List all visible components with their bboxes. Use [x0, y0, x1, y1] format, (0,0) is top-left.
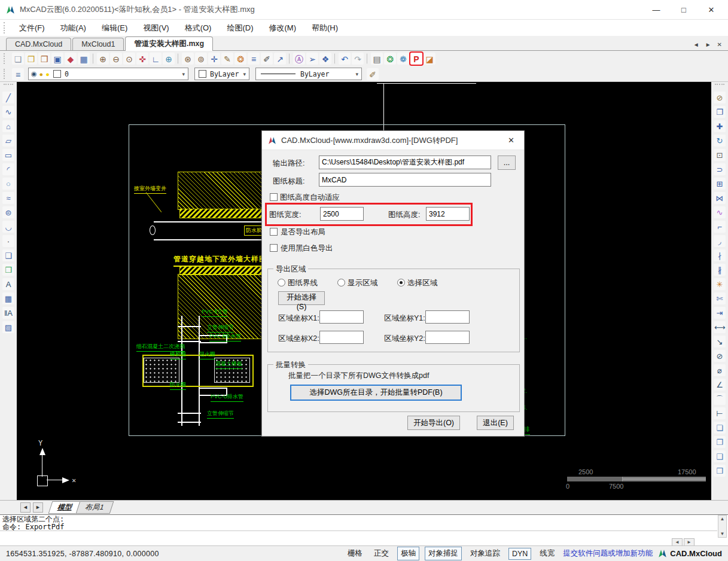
zoom-realtime-icon[interactable]: ⊚ — [195, 53, 207, 65]
pdf-export-icon[interactable]: P — [410, 53, 422, 65]
open-cloud-icon[interactable]: ❒ — [38, 53, 50, 65]
zoom-pan-icon[interactable]: ✜ — [136, 53, 148, 65]
erase-tool-icon[interactable]: ⊘ — [714, 92, 726, 103]
minimize-button[interactable]: — — [650, 5, 662, 14]
match-properties-icon[interactable]: ✐ — [367, 68, 379, 80]
block-edit-icon[interactable]: ❖ — [319, 53, 331, 65]
draworder-below-icon[interactable]: ❒ — [714, 465, 726, 477]
point-tool-icon[interactable]: ∙ — [2, 235, 14, 247]
draworder-back-icon[interactable]: ❐ — [714, 436, 726, 448]
dim-linear-tool-icon[interactable]: ⟷ — [714, 321, 726, 333]
fillet-tool-icon[interactable]: ◞ — [714, 235, 726, 247]
block-create-tool-icon[interactable]: ❒ — [2, 264, 14, 276]
tab-layout1[interactable]: 布局1 — [76, 501, 114, 514]
draworder-front-icon[interactable]: ❏ — [714, 422, 726, 434]
black-white-label[interactable]: 使用黑白色导出 — [281, 243, 333, 254]
layout-scroll-left-icon[interactable]: ◄ — [20, 502, 31, 513]
radio-sheet-extents[interactable] — [278, 279, 285, 286]
toggle-ortho[interactable]: 正交 — [371, 547, 392, 560]
menu-edit[interactable]: 编辑(E) — [94, 21, 135, 35]
dim-arc-tool-icon[interactable]: ⌒ — [714, 393, 726, 405]
dialog-close-icon[interactable]: ✕ — [504, 135, 518, 146]
save-as-icon[interactable]: ▦ — [78, 53, 90, 65]
break-at-point-tool-icon[interactable]: ∦ — [714, 264, 726, 276]
sheet-width-input[interactable] — [320, 207, 364, 221]
command-history[interactable]: 选择区域第二个点: 命令: ExportPdf — [0, 515, 717, 531]
rotate-tool-icon[interactable]: ↻ — [714, 135, 726, 147]
export-layout-label[interactable]: 是否导出布局 — [281, 227, 325, 237]
dim-continue-tool-icon[interactable]: ⊢ — [714, 407, 726, 419]
feedback-link[interactable]: 提交软件问题或增加新功能 — [563, 548, 653, 559]
chevron-down-icon[interactable]: ▾ — [241, 71, 248, 77]
output-path-input[interactable] — [319, 156, 491, 169]
scroll-up-icon[interactable]: ▲ — [720, 516, 725, 522]
radio-select-area-label[interactable]: 选择区域 — [407, 278, 437, 288]
chamfer-tool-icon[interactable]: ⌐ — [714, 221, 726, 233]
select-window-tool-icon[interactable]: ⊡ — [714, 149, 726, 161]
coord-y2-input[interactable] — [425, 331, 470, 344]
polygon-tool-icon[interactable]: ⌂ — [2, 120, 14, 132]
dialog-titlebar[interactable]: CAD.MxCloud-[www.mxdraw3d.com]-[DWG转PDF]… — [262, 131, 524, 150]
line-tool-icon[interactable]: ╱ — [2, 92, 14, 103]
exit-button[interactable]: 退出(E) — [477, 416, 514, 430]
coord-x1-input[interactable] — [319, 310, 364, 324]
chevron-down-icon[interactable]: ▾ — [180, 71, 187, 77]
trim-tool-icon[interactable]: ✄ — [714, 292, 726, 304]
table-tool-icon[interactable]: ▦ — [2, 292, 14, 304]
close-button[interactable]: ✕ — [705, 5, 717, 14]
zoom-in-icon[interactable]: ⊕ — [97, 53, 109, 65]
layers-manager-icon[interactable]: ≡ — [248, 53, 260, 65]
radio-display-area[interactable] — [337, 279, 345, 286]
arc-tool-icon[interactable]: ◜ — [2, 163, 14, 175]
dim-aligned-tool-icon[interactable]: ↘ — [714, 336, 726, 347]
tab-cad-mxcloud[interactable]: CAD.MxCloud — [6, 38, 71, 50]
linewidth-icon[interactable]: ✐ — [261, 53, 273, 65]
offset-tool-icon[interactable]: ⊃ — [714, 163, 726, 175]
chevron-down-icon[interactable]: ▾ — [354, 71, 360, 77]
toggle-grid[interactable]: 栅格 — [345, 547, 365, 560]
web-sync-icon[interactable]: ❁ — [397, 53, 409, 65]
tab-scroll-right-icon[interactable]: ► — [705, 41, 711, 48]
tab-drawing-file[interactable]: 管道安装大样图.mxg — [125, 36, 213, 51]
maximize-button[interactable]: □ — [678, 5, 690, 14]
toggle-dyn[interactable]: DYN — [508, 548, 531, 560]
mtext-tool-icon[interactable]: ‖A — [2, 307, 14, 319]
coord-y1-input[interactable] — [425, 310, 470, 324]
export-layout-checkbox[interactable] — [270, 228, 278, 236]
spline-tool-icon[interactable]: ≈ — [2, 192, 14, 204]
menu-format[interactable]: 格式(O) — [177, 21, 220, 35]
tab-scroll-left-icon[interactable]: ◄ — [693, 41, 699, 48]
text-tool-icon[interactable]: A — [2, 278, 14, 290]
toggle-osnap[interactable]: 对象捕捉 — [425, 547, 462, 560]
auto-height-label[interactable]: 图纸高度自动适应 — [280, 193, 340, 203]
tab-mxcloud1[interactable]: MxCloud1 — [72, 38, 124, 50]
dim-radius-tool-icon[interactable]: ⊘ — [714, 350, 726, 362]
zoom-scale-icon[interactable]: ⊕ — [163, 53, 175, 65]
undo-icon[interactable]: ↶ — [339, 53, 351, 65]
image-export-icon[interactable]: ◪ — [424, 53, 435, 65]
sketch-icon[interactable]: ✎ — [221, 53, 233, 65]
color-select[interactable]: ByLayer ▾ — [194, 68, 249, 80]
layer-visibility-icon[interactable]: ◉ — [31, 70, 37, 78]
radio-sheet-extents-label[interactable]: 图纸界线 — [288, 278, 318, 288]
start-export-button[interactable]: 开始导出(O) — [407, 416, 460, 430]
hatch-tool-icon[interactable]: ▨ — [2, 321, 14, 333]
tab-close-icon[interactable]: ✕ — [717, 41, 722, 48]
new-file-icon[interactable]: ❏ — [12, 53, 24, 65]
black-white-checkbox[interactable] — [270, 244, 278, 252]
pan-icon[interactable]: ✛ — [208, 53, 220, 65]
auto-height-checkbox[interactable] — [270, 193, 278, 201]
break-tool-icon[interactable]: ∤ — [714, 249, 726, 261]
zoom-previous-icon[interactable]: ⊛ — [182, 53, 194, 65]
command-vertical-scrollbar[interactable]: ▲ ▼ — [718, 515, 727, 538]
move-tool-icon[interactable]: ✚ — [714, 120, 726, 132]
quick-select-icon[interactable]: ➢ — [306, 53, 318, 65]
layout-scroll-right-icon[interactable]: ► — [33, 502, 43, 513]
palette-icon[interactable]: ❂ — [234, 53, 246, 65]
menu-file[interactable]: 文件(F) — [11, 21, 53, 35]
linetype-select[interactable]: ByLayer ▾ — [255, 68, 362, 80]
toggle-polar[interactable]: 极轴 — [397, 547, 419, 560]
batch-convert-button[interactable]: 选择DWG所在目录，开始批量转PDF(B) — [290, 385, 462, 401]
zoom-out-icon[interactable]: ⊖ — [110, 53, 122, 65]
match-properties-tool-icon[interactable]: ∿ — [714, 206, 726, 218]
